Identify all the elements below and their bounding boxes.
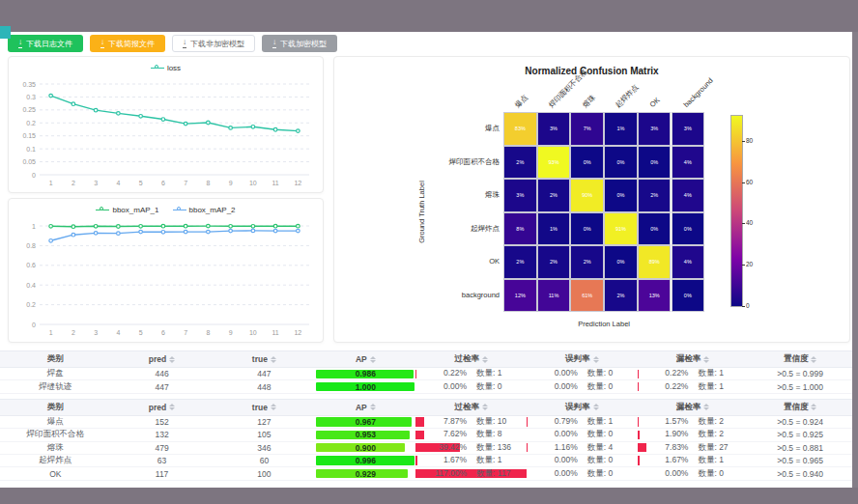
svg-text:3: 3 [94,329,98,336]
cm-cell: 3% [638,112,672,146]
column-header-6[interactable]: 漏检率 [638,351,749,367]
rate-text: 39.42%数量: 136 [415,442,527,454]
sort-icon[interactable] [370,356,376,363]
svg-text:5: 5 [139,329,143,336]
cm-col-label: 爆点 [513,93,530,110]
miss-rate-cell: 1.90%数量: 2 [638,429,749,440]
map-chart-card: bbox_mAP_1bbox_mAP_2 00.20.40.60.8112345… [8,198,324,343]
cm-cell: 0% [604,245,638,279]
column-header-label: 类别 [47,402,64,413]
legend-item-bbox_mAP_2[interactable]: bbox_mAP_2 [173,206,236,214]
svg-text:8: 8 [206,329,210,336]
download-button-1[interactable]: ↓下载简报文件 [90,35,165,52]
svg-text:11: 11 [272,180,278,186]
miss-rate-cell: 0.22%数量: 1 [638,380,749,392]
column-header-6[interactable]: 漏检率 [638,400,749,415]
cm-row-label: 起焊炸点 [413,224,500,234]
rate-percent: 0.00% [527,368,578,379]
sort-icon[interactable] [169,356,175,363]
column-header-label: 误判率 [565,353,590,365]
cm-cell: 4% [672,179,705,212]
table-row: 焊印面积不合格1321050.9537.62%数量: 80.00%数量: 01.… [0,429,852,441]
button-label: 下载简报文件 [108,39,155,49]
ap-value: 0.986 [356,369,376,378]
rate-text: 1.90%数量: 2 [638,429,749,440]
table-header: 类别predtrueAP过检率误判率漏检率置信度 [0,399,852,416]
confusion-matrix-card: Normalized Confusion Matrix 爆点83%3%7%1%3… [333,56,850,343]
column-header-label: true [252,403,268,412]
cm-cell: 4% [672,245,705,279]
column-header-label: 过检率 [454,402,479,413]
svg-text:6: 6 [161,180,165,186]
column-header-1[interactable]: pred [111,400,214,415]
svg-text:1: 1 [49,329,53,336]
column-header-3[interactable]: AP [315,351,415,367]
column-header-7[interactable]: 置信度 [748,400,852,415]
button-label: 下载日志文件 [26,39,72,49]
cm-cell: 3% [503,179,537,212]
legend-item-bbox_mAP_1[interactable]: bbox_mAP_1 [96,206,158,214]
sort-icon[interactable] [271,356,276,363]
column-header-4[interactable]: 过检率 [415,400,527,415]
pred-cell: 132 [111,429,214,440]
sort-icon[interactable] [370,404,376,410]
rate-text: 1.67%数量: 1 [638,455,749,466]
true-cell: 447 [213,368,315,379]
column-header-5[interactable]: 误判率 [527,351,638,367]
table-row: 焊盘4464470.9860.22%数量: 10.00%数量: 00.22%数量… [0,368,852,380]
column-header-label: pred [149,354,166,364]
sort-icon[interactable] [271,404,276,410]
class-name-cell: 爆点 [0,416,111,428]
cm-cell: 89% [638,245,672,279]
true-cell: 127 [213,416,315,428]
svg-text:12: 12 [294,180,301,186]
download-button-2[interactable]: ↓下载非加密模型 [172,35,255,52]
rate-count: 数量: 1 [467,455,522,466]
rate-count: 数量: 0 [467,381,522,393]
rate-percent: 0.22% [638,381,689,393]
rate-text: 7.62%数量: 8 [415,429,527,440]
legend-label: bbox_mAP_1 [112,206,158,214]
sort-icon[interactable] [703,404,709,410]
column-header-4[interactable]: 过检率 [415,351,527,367]
rate-text: 0.00%数量: 0 [527,455,638,466]
rate-text: 0.00%数量: 0 [527,381,638,393]
misjudge-rate-cell: 0.79%数量: 1 [527,416,638,428]
ap-cell: 0.929 [315,467,415,479]
table-row: OK1171000.929117.00%数量: 1170.00%数量: 00.0… [0,467,852,480]
sort-icon[interactable] [811,356,816,363]
download-button-0[interactable]: ↓下载日志文件 [8,35,83,52]
confidence-cell: >0.5 = 0.999 [748,368,852,379]
misjudge-rate-cell: 0.00%数量: 0 [527,368,638,379]
sort-icon[interactable] [811,404,816,410]
cm-row-label: OK [413,257,500,266]
cm-cell: 91% [604,212,638,246]
sort-icon[interactable] [703,356,709,363]
cm-colorbar-tick: 0 [746,302,750,309]
sort-icon[interactable] [482,356,488,363]
table-header: 类别predtrueAP过检率误判率漏检率置信度 [0,350,852,368]
svg-text:0.1: 0.1 [26,146,36,153]
column-header-label: 误判率 [565,402,590,413]
sidebar-toggle-chip[interactable] [0,26,11,39]
cm-cell: 2% [537,245,571,279]
sort-icon[interactable] [593,356,599,363]
legend-item-loss[interactable]: loss [151,64,181,72]
rate-text: 0.22%数量: 1 [638,368,749,379]
column-header-5[interactable]: 误判率 [527,400,638,415]
rate-count: 数量: 0 [578,429,633,440]
rate-text: 0.00%数量: 0 [415,381,527,393]
svg-text:4: 4 [116,329,120,336]
download-icon: ↓ [183,40,186,48]
column-header-3[interactable]: AP [315,400,415,415]
ap-cell: 0.986 [315,368,415,379]
download-button-3[interactable]: ↓下载加密模型 [262,35,337,52]
column-header-7[interactable]: 置信度 [748,351,852,367]
column-header-2[interactable]: true [213,351,315,367]
sort-icon[interactable] [169,404,175,410]
column-header-1[interactable]: pred [111,351,214,367]
sort-icon[interactable] [593,404,599,410]
cm-cell: 2% [503,146,537,180]
column-header-2[interactable]: true [213,400,315,415]
sort-icon[interactable] [482,404,488,410]
